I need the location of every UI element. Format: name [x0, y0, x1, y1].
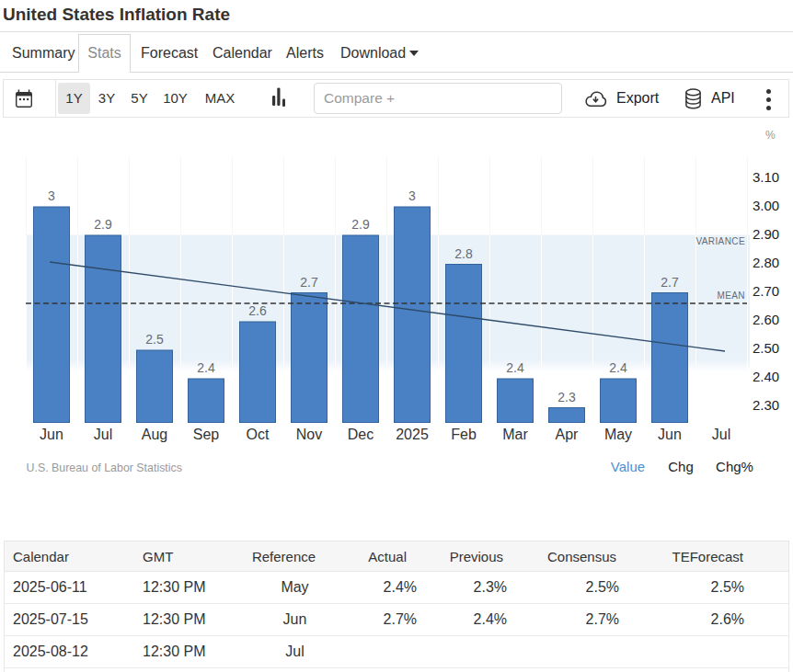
svg-text:3: 3: [408, 188, 416, 203]
svg-text:Nov: Nov: [296, 427, 322, 442]
svg-text:2.80: 2.80: [753, 255, 779, 270]
svg-text:Mar: Mar: [502, 427, 528, 442]
svg-text:3.00: 3.00: [753, 198, 779, 213]
svg-text:2.9: 2.9: [351, 217, 370, 232]
svg-text:2.4: 2.4: [197, 360, 215, 375]
svg-text:Value: Value: [611, 459, 645, 474]
svg-text:Chg: Chg: [668, 459, 694, 474]
svg-text:2.30: 2.30: [753, 397, 779, 413]
svg-text:Dec: Dec: [348, 427, 374, 442]
svg-text:MEAN: MEAN: [718, 290, 746, 301]
svg-text:Jun: Jun: [658, 427, 682, 442]
svg-text:%: %: [765, 129, 776, 142]
svg-text:3.10: 3.10: [753, 169, 779, 185]
svg-text:May: May: [604, 427, 632, 442]
svg-text:Jul: Jul: [94, 427, 112, 442]
svg-text:Feb: Feb: [451, 427, 477, 442]
svg-text:Jun: Jun: [40, 427, 63, 442]
svg-text:VARIANCE: VARIANCE: [695, 236, 745, 246]
svg-text:Sep: Sep: [193, 427, 220, 442]
svg-text:2.90: 2.90: [753, 226, 779, 242]
svg-text:2.7: 2.7: [661, 275, 679, 290]
svg-text:Apr: Apr: [556, 427, 580, 442]
svg-text:U.S. Bureau of Labor Statistic: U.S. Bureau of Labor Statistics: [27, 461, 182, 474]
svg-text:Chg%: Chg%: [716, 459, 753, 474]
svg-text:Jul: Jul: [712, 427, 730, 442]
svg-text:2.6: 2.6: [248, 303, 267, 318]
svg-text:2025: 2025: [396, 427, 429, 442]
svg-text:2.3: 2.3: [557, 390, 576, 404]
svg-text:2.50: 2.50: [753, 340, 779, 356]
svg-text:2.5: 2.5: [145, 332, 164, 347]
svg-text:2.60: 2.60: [753, 312, 779, 327]
svg-text:2.4: 2.4: [609, 360, 627, 375]
svg-text:2.4: 2.4: [506, 360, 524, 375]
svg-text:2.70: 2.70: [753, 283, 779, 299]
svg-text:Aug: Aug: [142, 427, 167, 442]
svg-text:3: 3: [48, 188, 55, 203]
svg-text:Oct: Oct: [247, 427, 270, 442]
svg-text:2.8: 2.8: [454, 246, 473, 261]
svg-text:2.40: 2.40: [753, 369, 779, 384]
svg-text:2.9: 2.9: [94, 217, 112, 232]
svg-text:2.7: 2.7: [300, 275, 318, 290]
